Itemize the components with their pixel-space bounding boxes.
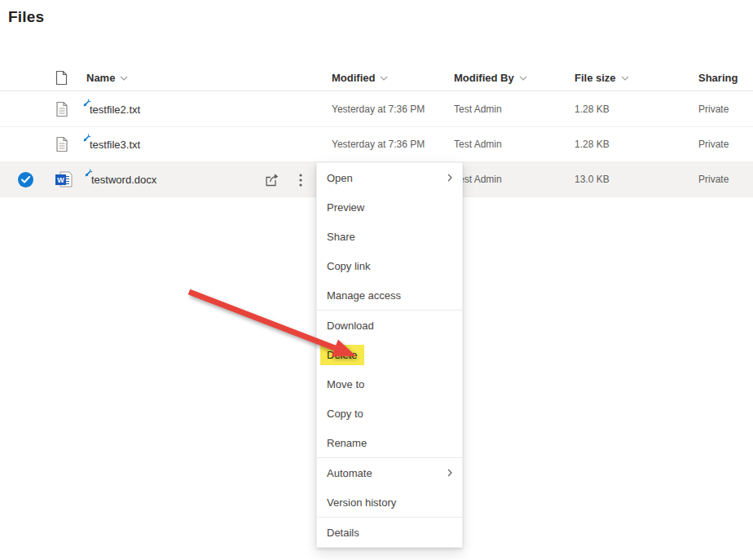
modified-cell: Yesterday at 7:36 PM [332,92,425,126]
menu-item-download[interactable]: Download [317,311,462,340]
page-title: Files [8,8,44,26]
menu-item-copy-link[interactable]: Copy link [317,251,462,280]
file-name-link[interactable]: testword.docx [91,162,156,196]
context-menu: Open Preview Share Copy link Manage acce… [316,162,463,548]
word-file-icon: W [54,162,74,196]
modified-by-cell: Test Admin [454,92,502,126]
sharing-cell: Private [698,92,729,126]
menu-item-manage-access[interactable]: Manage access [317,280,462,310]
file-name-link[interactable]: testfile3.txt [90,127,140,161]
chevron-down-icon [120,74,128,81]
menu-item-rename[interactable]: Rename [317,428,462,457]
header-modified-by[interactable]: Modified By [454,64,527,91]
menu-item-details[interactable]: Details [317,518,462,547]
chevron-down-icon [519,74,527,81]
chevron-right-icon [447,469,452,477]
chevron-down-icon [380,74,388,81]
menu-item-copy-to[interactable]: Copy to [317,399,462,428]
table-row[interactable]: testfile2.txt Yesterday at 7:36 PM Test … [0,92,753,127]
chevron-down-icon [621,74,629,81]
row-selected-checkbox[interactable] [18,172,33,187]
file-size-cell: 1.28 KB [575,92,610,126]
share-button[interactable] [262,170,282,190]
table-header-row: Name Modified Modified By File size Shar… [0,64,753,91]
menu-item-delete[interactable]: Delete [317,340,462,369]
header-file-type[interactable] [55,64,68,91]
delete-highlight: Delete [320,345,364,365]
sharing-cell: Private [698,162,729,196]
files-page: Files Name Modified Modified By File siz… [0,0,753,560]
sharing-cell: Private [698,127,729,161]
modified-cell: Yesterday at 7:36 PM [332,127,425,161]
modified-by-cell: Test Admin [454,127,502,161]
menu-item-version-history[interactable]: Version history [317,487,462,517]
header-sharing[interactable]: Sharing [698,64,738,91]
svg-text:W: W [57,176,64,184]
more-actions-button[interactable] [291,170,310,190]
document-icon [55,70,68,86]
menu-item-share[interactable]: Share [317,222,462,251]
file-size-cell: 1.28 KB [575,127,610,161]
header-modified[interactable]: Modified [332,64,388,91]
file-name-link[interactable]: testfile2.txt [90,92,140,126]
txt-file-icon [55,92,68,126]
menu-item-preview[interactable]: Preview [317,192,462,222]
txt-file-icon [55,127,68,161]
menu-item-open[interactable]: Open [317,163,462,192]
menu-item-automate[interactable]: Automate [317,458,462,487]
table-row[interactable]: testfile3.txt Yesterday at 7:36 PM Test … [0,127,753,162]
file-size-cell: 13.0 KB [575,162,610,196]
menu-item-move-to[interactable]: Move to [317,369,462,399]
header-name[interactable]: Name [86,64,128,91]
header-file-size[interactable]: File size [575,64,629,91]
chevron-right-icon [447,174,452,182]
